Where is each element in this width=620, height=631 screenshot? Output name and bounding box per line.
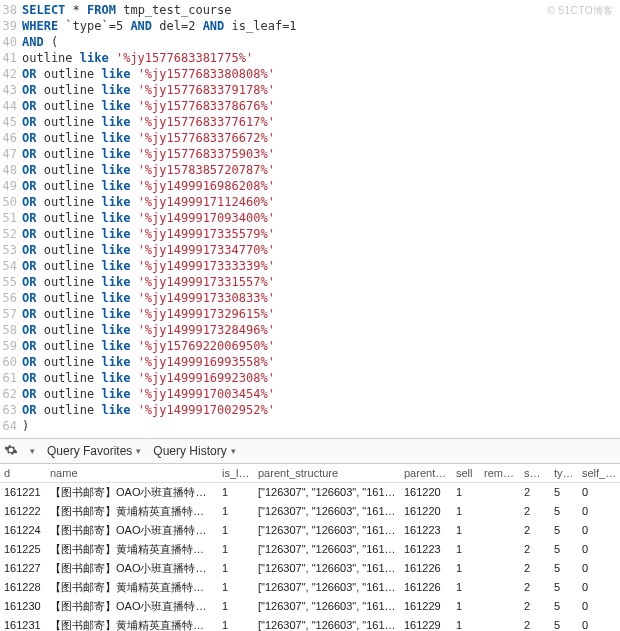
cell-name[interactable]: 【图书邮寄】OAO小班直播特训营系… [46,559,218,578]
code-line[interactable]: OR outline like '%jy1577683377617%' [22,114,620,130]
cell-self_help[interactable]: 0 [578,502,620,521]
cell-parent_id[interactable]: 161220 [400,502,452,521]
cell-type[interactable]: 5 [550,521,578,540]
sql-editor[interactable]: 38SELECT * FROM tmp_test_course39WHERE `… [0,0,620,438]
code-line[interactable]: OR outline like '%jy1577683375903%' [22,146,620,162]
column-header-type[interactable]: type [550,464,578,482]
code-line[interactable]: OR outline like '%jy1577683376672%' [22,130,620,146]
table-row[interactable]: 161222【图书邮寄】黄埔精英直播特训营系…1["126307", "1266… [0,502,620,521]
code-line[interactable]: ) [22,418,620,434]
table-row[interactable]: 161224【图书邮寄】OAO小班直播特训营系…1["126307", "126… [0,521,620,540]
cell-type[interactable]: 5 [550,578,578,597]
cell-shop[interactable]: 2 [520,521,550,540]
column-header-parent_structure[interactable]: parent_structure [254,464,400,482]
code-line[interactable]: OR outline like '%jy1578385720787%' [22,162,620,178]
cell-type[interactable]: 5 [550,502,578,521]
cell-name[interactable]: 【图书邮寄】黄埔精英直播特训营系… [46,540,218,559]
cell-is_leaf[interactable]: 1 [218,559,254,578]
code-line[interactable]: OR outline like '%jy1499917003454%' [22,386,620,402]
cell-is_leaf[interactable]: 1 [218,482,254,502]
column-header-shop[interactable]: shop [520,464,550,482]
code-line[interactable]: OR outline like '%jy1577683380808%' [22,66,620,82]
cell-self_help[interactable]: 0 [578,559,620,578]
table-row[interactable]: 161228【图书邮寄】黄埔精英直播特训营系…1["126307", "1266… [0,578,620,597]
cell-sell[interactable]: 1 [452,482,480,502]
table-row[interactable]: 161227【图书邮寄】OAO小班直播特训营系…1["126307", "126… [0,559,620,578]
cell-parent_structure[interactable]: ["126307", "126603", "161220"] [254,502,400,521]
cell-parent_structure[interactable]: ["126307", "126603", "161223"] [254,540,400,559]
cell-remark[interactable] [480,521,520,540]
table-row[interactable]: 161230【图书邮寄】OAO小班直播特训营系…1["126307", "126… [0,597,620,616]
code-line[interactable]: outline like '%jy1577683381775%' [22,50,620,66]
table-row[interactable]: 161225【图书邮寄】黄埔精英直播特训营系…1["126307", "1266… [0,540,620,559]
cell-type[interactable]: 5 [550,540,578,559]
cell-is_leaf[interactable]: 1 [218,521,254,540]
cell-self_help[interactable]: 0 [578,578,620,597]
column-header-d[interactable]: d [0,464,46,482]
cell-parent_structure[interactable]: ["126307", "126603", "161223"] [254,521,400,540]
cell-sell[interactable]: 1 [452,559,480,578]
cell-parent_id[interactable]: 161229 [400,597,452,616]
cell-parent_id[interactable]: 161220 [400,482,452,502]
code-line[interactable]: OR outline like '%jy1577683379178%' [22,82,620,98]
cell-d[interactable]: 161230 [0,597,46,616]
cell-is_leaf[interactable]: 1 [218,597,254,616]
cell-sell[interactable]: 1 [452,578,480,597]
cell-shop[interactable]: 2 [520,616,550,632]
cell-sell[interactable]: 1 [452,616,480,632]
cell-name[interactable]: 【图书邮寄】OAO小班直播特训营系… [46,597,218,616]
column-header-sell[interactable]: sell [452,464,480,482]
cell-type[interactable]: 5 [550,559,578,578]
code-line[interactable]: SELECT * FROM tmp_test_course [22,2,620,18]
cell-shop[interactable]: 2 [520,502,550,521]
cell-parent_structure[interactable]: ["126307", "126603", "161220"] [254,482,400,502]
code-line[interactable]: OR outline like '%jy1499917331557%' [22,274,620,290]
cell-remark[interactable] [480,597,520,616]
cell-sell[interactable]: 1 [452,597,480,616]
column-header-self_help[interactable]: self_help [578,464,620,482]
cell-name[interactable]: 【图书邮寄】黄埔精英直播特训营系… [46,578,218,597]
cell-remark[interactable] [480,482,520,502]
column-header-is_leaf[interactable]: is_leaf [218,464,254,482]
code-line[interactable]: OR outline like '%jy1499917330833%' [22,290,620,306]
cell-d[interactable]: 161224 [0,521,46,540]
cell-self_help[interactable]: 0 [578,616,620,632]
code-line[interactable]: OR outline like '%jy1499917333339%' [22,258,620,274]
code-line[interactable]: OR outline like '%jy1499917002952%' [22,402,620,418]
cell-name[interactable]: 【图书邮寄】OAO小班直播特训营系… [46,482,218,502]
code-line[interactable]: OR outline like '%jy1499917112460%' [22,194,620,210]
cell-d[interactable]: 161227 [0,559,46,578]
table-row[interactable]: 161221【图书邮寄】OAO小班直播特训营系…1["126307", "126… [0,482,620,502]
cell-d[interactable]: 161225 [0,540,46,559]
cell-parent_id[interactable]: 161226 [400,559,452,578]
cell-d[interactable]: 161231 [0,616,46,632]
code-line[interactable]: OR outline like '%jy1499917329615%' [22,306,620,322]
code-line[interactable]: WHERE `type`=5 AND del=2 AND is_leaf=1 [22,18,620,34]
cell-sell[interactable]: 1 [452,540,480,559]
column-header-parent_id[interactable]: parent_id [400,464,452,482]
code-line[interactable]: OR outline like '%jy1577683378676%' [22,98,620,114]
cell-parent_id[interactable]: 161223 [400,521,452,540]
cell-is_leaf[interactable]: 1 [218,540,254,559]
cell-type[interactable]: 5 [550,597,578,616]
cell-sell[interactable]: 1 [452,521,480,540]
cell-self_help[interactable]: 0 [578,597,620,616]
query-favorites-button[interactable]: Query Favorites ▾ [47,444,141,458]
cell-remark[interactable] [480,540,520,559]
cell-shop[interactable]: 2 [520,540,550,559]
cell-parent_id[interactable]: 161229 [400,616,452,632]
cell-sell[interactable]: 1 [452,502,480,521]
cell-type[interactable]: 5 [550,616,578,632]
cell-shop[interactable]: 2 [520,559,550,578]
code-line[interactable]: OR outline like '%jy1499917334770%' [22,242,620,258]
cell-shop[interactable]: 2 [520,597,550,616]
cell-name[interactable]: 【图书邮寄】黄埔精英直播特训营系… [46,502,218,521]
cell-self_help[interactable]: 0 [578,482,620,502]
cell-remark[interactable] [480,578,520,597]
cell-parent_structure[interactable]: ["126307", "126603", "161226"] [254,578,400,597]
cell-d[interactable]: 161228 [0,578,46,597]
cell-parent_id[interactable]: 161226 [400,578,452,597]
code-line[interactable]: AND ( [22,34,620,50]
cell-shop[interactable]: 2 [520,482,550,502]
cell-is_leaf[interactable]: 1 [218,502,254,521]
